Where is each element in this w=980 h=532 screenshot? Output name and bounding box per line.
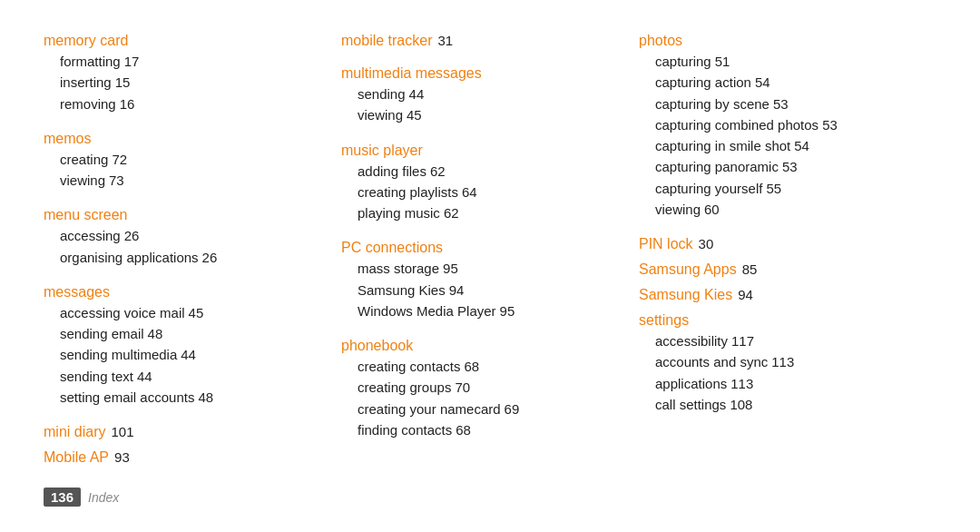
section-title-memos: memos: [44, 131, 323, 147]
list-item: capturing panoramic 53: [655, 156, 918, 177]
item-label: viewing: [358, 104, 403, 125]
list-item: call settings 108: [655, 394, 918, 415]
item-label: Windows Media Player: [358, 300, 496, 321]
item-num: 44: [409, 84, 425, 104]
item-label: capturing panoramic: [655, 156, 779, 177]
item-num: 51: [715, 51, 730, 72]
section-items-memory-card: formatting 17 inserting 15 removing 16: [60, 51, 323, 114]
item-num: 68: [464, 356, 479, 377]
item-label: accessing voice mail: [60, 302, 185, 323]
item-label: accessing: [60, 225, 121, 246]
section-title-multimedia-messages: multimedia messages: [341, 65, 621, 82]
list-item: playing music 62: [358, 202, 621, 223]
list-item: sending 44: [358, 84, 621, 104]
item-num: 48: [198, 387, 213, 408]
item-label: capturing by scene: [655, 94, 769, 114]
item-num: 94: [449, 280, 465, 300]
item-label: creating playlists: [358, 182, 458, 202]
section-multimedia-messages: multimedia messages sending 44 viewing 4…: [341, 65, 621, 126]
item-label: creating your namecard: [358, 399, 501, 419]
inline-num: 31: [437, 33, 453, 48]
section-settings: settings accessibility 117 accounts and …: [639, 312, 918, 415]
item-num: 17: [124, 51, 140, 72]
section-phonebook: phonebook creating contacts 68 creating …: [341, 338, 621, 440]
inline-section-mobile-ap: Mobile AP 93: [44, 449, 323, 466]
item-num: 16: [120, 94, 135, 114]
list-item: viewing 73: [60, 170, 323, 191]
item-label: creating: [60, 149, 108, 170]
item-label: finding contacts: [358, 419, 452, 440]
item-num: 54: [755, 72, 770, 93]
section-messages: messages accessing voice mail 45 sending…: [44, 284, 323, 408]
inline-num: 101: [111, 424, 133, 439]
section-pc-connections: PC connections mass storage 95 Samsung K…: [341, 240, 621, 321]
item-num: 64: [462, 182, 477, 202]
list-item: finding contacts 68: [358, 419, 621, 440]
list-item: creating groups 70: [358, 377, 621, 398]
item-label: viewing: [60, 170, 105, 191]
item-num: 45: [407, 104, 422, 125]
item-num: 53: [773, 94, 789, 114]
inline-section-mini-diary: mini diary 101: [44, 424, 323, 440]
section-title-pc-connections: PC connections: [341, 240, 621, 256]
item-num: 113: [730, 373, 753, 394]
item-label: adding files: [358, 161, 426, 182]
item-num: 117: [731, 330, 754, 351]
inline-title: Samsung Kies: [639, 287, 732, 303]
inline-section-mobile-tracker: mobile tracker 31: [341, 33, 621, 49]
section-title-music-player: music player: [341, 143, 621, 159]
list-item: capturing yourself 55: [655, 178, 918, 199]
item-label: creating contacts: [358, 356, 460, 377]
item-num: 108: [730, 394, 752, 415]
section-music-player: music player adding files 62 creating pl…: [341, 143, 621, 224]
item-label: organising applications: [60, 247, 199, 268]
list-item: accessibility 117: [655, 330, 918, 351]
inline-title: PIN lock: [639, 236, 693, 252]
list-item: capturing in smile shot 54: [655, 135, 918, 156]
item-label: playing music: [358, 202, 440, 223]
section-title-photos: photos: [639, 33, 918, 49]
section-title-menu-screen: menu screen: [44, 207, 323, 223]
item-label: capturing in smile shot: [655, 135, 790, 156]
item-num: 95: [443, 258, 458, 279]
item-num: 45: [189, 302, 204, 323]
list-item: capturing action 54: [655, 72, 918, 93]
list-item: viewing 45: [358, 104, 621, 125]
item-num: 113: [771, 351, 794, 372]
list-item: creating 72: [60, 149, 323, 170]
section-items-music-player: adding files 62 creating playlists 64 pl…: [358, 161, 621, 224]
item-num: 54: [794, 135, 809, 156]
list-item: capturing 51: [655, 51, 918, 72]
section-photos: photos capturing 51 capturing action 54 …: [639, 33, 918, 220]
list-item: creating your namecard 69: [358, 399, 621, 419]
section-items-phonebook: creating contacts 68 creating groups 70 …: [358, 356, 621, 440]
list-item: sending email 48: [60, 323, 323, 344]
item-num: 73: [109, 170, 124, 191]
section-memory-card: memory card formatting 17 inserting 15 r…: [44, 33, 323, 114]
footer-label: Index: [88, 490, 119, 505]
item-num: 62: [444, 202, 459, 223]
list-item: adding files 62: [358, 161, 621, 182]
item-label: sending text: [60, 366, 133, 387]
list-item: applications 113: [655, 373, 918, 394]
list-item: setting email accounts 48: [60, 387, 323, 408]
item-num: 26: [124, 225, 140, 246]
item-num: 15: [115, 72, 131, 93]
inline-title: mobile tracker: [341, 33, 432, 49]
item-num: 55: [766, 178, 781, 199]
item-label: accessibility: [655, 330, 728, 351]
list-item: accessing voice mail 45: [60, 302, 323, 323]
item-num: 72: [112, 149, 127, 170]
item-label: capturing action: [655, 72, 751, 93]
column-1: memory card formatting 17 inserting 15 r…: [44, 33, 341, 480]
inline-section-pin-lock: PIN lock 30: [639, 236, 918, 252]
section-title-memory-card: memory card: [44, 33, 323, 49]
inline-title: Mobile AP: [44, 449, 109, 466]
inline-num: 93: [114, 449, 130, 465]
item-num: 62: [430, 161, 446, 182]
list-item: sending multimedia 44: [60, 344, 323, 365]
item-label: formatting: [60, 51, 121, 72]
section-items-messages: accessing voice mail 45 sending email 48…: [60, 302, 323, 408]
item-num: 95: [500, 300, 515, 321]
section-memos: memos creating 72 viewing 73: [44, 131, 323, 192]
